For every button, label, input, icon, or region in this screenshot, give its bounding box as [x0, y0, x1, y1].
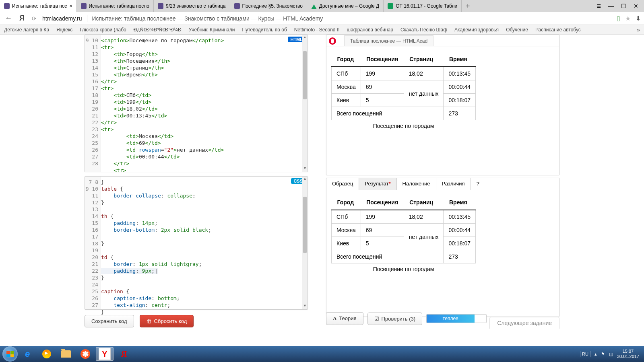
font-icon: A — [333, 315, 336, 321]
media-icon — [42, 350, 51, 358]
language-indicator[interactable]: RU — [580, 351, 590, 357]
bookmark-item[interactable]: Расписание автобус — [535, 27, 581, 33]
bookmarks-overflow-icon[interactable]: » — [637, 27, 640, 33]
tab-help[interactable]: ? — [471, 178, 485, 190]
progress-bar: теплее — [426, 314, 487, 323]
taskbar-media[interactable] — [38, 347, 56, 361]
progress-fill: теплее — [427, 315, 474, 323]
th-visits: Посещения — [361, 52, 404, 67]
asterisk-icon: * — [389, 181, 391, 187]
taskbar-yandex-search[interactable]: Я — [115, 347, 133, 361]
security-shield-icon[interactable]: ▯ — [617, 14, 620, 22]
table-row: Киев500:18:07 — [332, 94, 476, 107]
shield-icon — [4, 3, 10, 9]
taskbar-app[interactable]: ✱ — [76, 347, 94, 361]
th-time: Время — [444, 52, 476, 67]
scroll-up-icon[interactable]: ▲ — [302, 35, 308, 41]
browser-tab-2[interactable]: 9/23 знакомство с таблица — [154, 0, 230, 12]
preview-table: Посещение по городам Город Посещения Стр… — [331, 52, 476, 129]
trash-icon: 🗑 — [147, 318, 152, 324]
close-window-icon[interactable]: ✕ — [632, 3, 640, 9]
table-row: Москва69нет данных00:00:44 — [332, 80, 476, 94]
taskbar-yandex-active[interactable]: Y — [96, 347, 114, 361]
line-gutter: 9 10 11 12 13 14 15 16 17 18 19 20 21 22… — [85, 35, 101, 172]
browser-tab-1[interactable]: Испытание: таблица посло — [77, 0, 154, 12]
browser-tab-3[interactable]: Последние §5. Знакомство — [230, 0, 307, 12]
th-city: Город — [332, 52, 361, 67]
check-button[interactable]: ☑Проверить (3) — [367, 313, 423, 325]
bookmark-item[interactable]: Путеводитель по об — [242, 27, 287, 33]
scroll-down-icon[interactable]: ▼ — [302, 166, 308, 172]
tray-network-icon[interactable]: ◫ — [609, 352, 613, 357]
minimize-icon[interactable]: — — [607, 3, 615, 9]
preview-panel-live: Таблица посложнее — HTML Acad Посещение … — [326, 35, 559, 175]
bookmark-star-icon[interactable]: ★ — [625, 14, 631, 22]
opera-icon — [326, 35, 339, 47]
address-bar: ← Я ⟳ htmlacademy.ru Испытание: таблица … — [0, 12, 644, 25]
bookmark-item[interactable]: Nettimoto - Second h — [294, 27, 340, 33]
tab-result[interactable]: Результат* — [359, 178, 396, 190]
bookmark-item[interactable]: Академия здоровья — [454, 27, 499, 33]
back-button[interactable]: ← — [3, 13, 14, 23]
scroll-up-icon[interactable]: ▲ — [302, 177, 308, 182]
url-box[interactable]: htmlacademy.ru Испытание: таблица послож… — [42, 15, 323, 22]
table-row: Москва69нет данных00:00:44 — [332, 224, 476, 237]
html-editor-panel: HTML 9 10 11 12 13 14 15 16 17 18 19 20 … — [85, 35, 308, 172]
bookmark-item[interactable]: Глюкоза крови (лабо — [80, 27, 126, 33]
bookmark-item[interactable]: Обучение — [506, 27, 528, 33]
th-pages: Страниц — [404, 52, 444, 67]
browser-tab-0[interactable]: Испытание: таблица пос× — [0, 0, 77, 12]
bookmarks-bar: Детские лагеря в Кр Яндекс Глюкоза крови… — [0, 25, 644, 35]
css-editor-panel: CSS 7 8 9 10 11 12 13 14 15 16 17 18 19 … — [85, 176, 308, 310]
maximize-icon[interactable]: ☐ — [619, 3, 628, 9]
taskbar-ie[interactable]: e — [19, 347, 36, 361]
preview-panel-reference: Образец Результат* Наложение Различия ? … — [326, 178, 559, 317]
tray-flag-icon[interactable]: ⚑ — [601, 352, 605, 357]
tab-sample[interactable]: Образец — [326, 178, 359, 190]
table-caption: Посещение по городам — [331, 120, 476, 129]
start-button[interactable] — [2, 346, 18, 362]
scroll-down-icon[interactable]: ▼ — [302, 304, 308, 309]
table-row-total: Всего посещений273 — [332, 107, 476, 120]
app-icon: ✱ — [80, 349, 90, 359]
shield-icon — [158, 3, 163, 9]
next-task-button[interactable]: Следующее задание — [489, 317, 559, 329]
reference-table: Посещение по городам Город Посещения Стр… — [331, 195, 476, 272]
windows-icon — [6, 351, 14, 357]
check-icon: ☑ — [374, 316, 379, 322]
table-row: СПб19918,0200:13:45 — [332, 67, 476, 80]
table-caption: Посещение по городам — [331, 263, 476, 272]
system-clock[interactable]: 15:07 30.01.2017 — [617, 349, 639, 359]
bookmark-item[interactable]: Ð¿Ñ€Ð¾Ð³Ñ€Ð°Ð¼Ð — [134, 27, 182, 33]
taskbar-explorer[interactable] — [57, 347, 75, 361]
vertical-scrollbar[interactable]: ▲ ▼ — [302, 35, 308, 172]
menu-icon[interactable]: ≡ — [595, 2, 603, 10]
new-tab-button[interactable]: + — [462, 0, 474, 12]
save-button[interactable]: Сохранить код — [85, 315, 134, 327]
yandex-icon[interactable]: Я — [18, 13, 26, 23]
css-code[interactable]: } table { border-collapse: collapse; } t… — [101, 179, 302, 309]
ie-icon: e — [25, 349, 30, 359]
bookmark-item[interactable]: Учебник: Криминали — [189, 27, 235, 33]
shield-icon — [81, 3, 87, 9]
close-icon[interactable]: × — [70, 3, 72, 9]
downloads-icon[interactable]: ⬇ — [636, 14, 641, 22]
bookmark-item[interactable]: шафранова вебинар — [347, 27, 393, 33]
table-row-total: Всего посещений273 — [332, 250, 476, 263]
tray-arrow-icon[interactable]: ▴ — [594, 352, 597, 357]
browser-tab-5[interactable]: ОТ 16.01.17 - Google Табли — [384, 0, 462, 12]
vertical-scrollbar[interactable]: ▲ ▼ — [302, 177, 308, 309]
bookmark-item[interactable]: Яндекс — [56, 27, 72, 33]
preview-tab-title: Таблица посложнее — HTML Acad — [344, 35, 433, 46]
drive-icon — [311, 4, 317, 9]
bookmark-item[interactable]: Детские лагеря в Кр — [4, 27, 49, 33]
theory-button[interactable]: AТеория — [326, 312, 363, 325]
reset-button[interactable]: 🗑Сбросить код — [140, 315, 194, 327]
windows-taskbar: e ✱ Y Я RU ▴ ⚑ ◫ 15:07 30.01.2017 — [0, 346, 644, 362]
tab-diff[interactable]: Различия — [436, 178, 471, 190]
bookmark-item[interactable]: Скачать Песню Шаф — [400, 27, 447, 33]
html-code[interactable]: <caption>Посещение по городам</caption> … — [101, 37, 302, 172]
tab-overlay[interactable]: Наложение — [397, 178, 436, 190]
reload-button[interactable]: ⟳ — [30, 14, 38, 23]
browser-tab-4[interactable]: Доступные мне – Google Д — [307, 0, 384, 12]
